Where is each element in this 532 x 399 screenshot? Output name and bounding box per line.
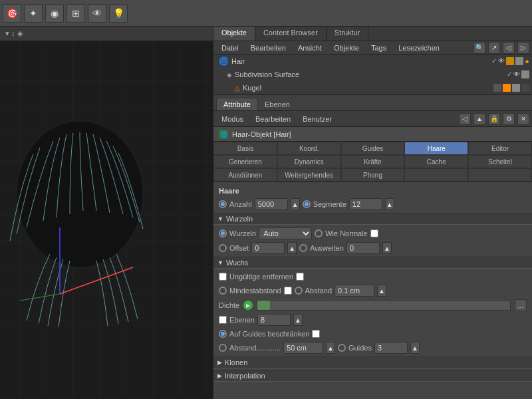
input-guides[interactable] <box>374 342 408 354</box>
nav-phong[interactable]: Phong <box>341 168 405 182</box>
tab-struktur[interactable]: Struktur <box>327 27 369 41</box>
check-ebenen[interactable] <box>219 316 227 324</box>
radio-auf-guides[interactable] <box>219 330 227 338</box>
input-segmente[interactable] <box>349 198 382 210</box>
check-mindestabstand[interactable] <box>284 287 292 295</box>
radio-mindestabstand[interactable] <box>219 287 227 295</box>
radio-offset[interactable] <box>219 244 227 252</box>
nav-row-3: Ausdünnen Weitergehendes Phong <box>213 168 532 182</box>
nav-editor[interactable]: Editor <box>468 142 532 155</box>
check-wie-normale[interactable] <box>370 229 378 237</box>
arrow-icon[interactable]: ↗ <box>488 42 500 54</box>
radio-wurzeln[interactable] <box>219 229 227 237</box>
nav-top[interactable]: ▲ <box>473 113 485 125</box>
radio-segmente[interactable] <box>303 200 311 208</box>
stepper-abstand-up[interactable]: ▲ <box>377 285 386 297</box>
nav-dynamics[interactable]: Dynamics <box>277 155 341 168</box>
obj-row-kugel[interactable]: △ Kugel <box>213 81 532 94</box>
expand-wuchs: ▼ <box>217 259 223 266</box>
obj-row-subdivision[interactable]: ◈ Subdivision Surface ✓ 👁 <box>213 68 532 81</box>
input-ausweiten[interactable] <box>346 242 380 254</box>
dichte-more[interactable]: … <box>515 299 527 311</box>
radio-abstand2[interactable] <box>219 344 227 352</box>
input-offset[interactable] <box>251 242 285 254</box>
toolbar-icon-4[interactable]: ⊞ <box>66 4 85 23</box>
attr-tabs: Attribute Ebenen <box>213 95 532 111</box>
label-wie-normale: Wie Normale <box>325 229 368 237</box>
subdivision-icon: ◈ <box>227 71 232 78</box>
input-abstand[interactable] <box>334 285 374 297</box>
toolbar-icon-3[interactable]: ◉ <box>45 4 64 23</box>
radio-anzahl[interactable] <box>219 200 227 208</box>
toolbar-icon-5[interactable]: 👁 <box>88 4 106 23</box>
label-offset: Offset <box>229 244 249 252</box>
nav-cache[interactable]: Cache <box>404 155 468 168</box>
stepper-guides-up[interactable]: ▲ <box>410 342 420 354</box>
menu-modus[interactable]: Modus <box>216 114 249 124</box>
nav-kraefte[interactable]: Kräfte <box>341 155 405 168</box>
nav-guides[interactable]: Guides <box>341 142 405 155</box>
toolbar-icon-1[interactable]: 🎯 <box>3 4 21 23</box>
nav-lock[interactable]: 🔒 <box>488 113 500 125</box>
toolbar-icon-2[interactable]: ✦ <box>24 4 43 23</box>
prop-offset: Offset ▲ Ausweiten ▲ <box>213 241 532 255</box>
play-icon[interactable]: ▶ <box>243 301 253 310</box>
nav-generieren[interactable]: Generieren <box>213 155 277 168</box>
forward-icon[interactable]: ▷ <box>517 42 529 54</box>
obj-name-kugel: Kugel <box>243 84 261 92</box>
menu-bearbeiten2[interactable]: Bearbeiten <box>250 114 296 124</box>
menu-ansicht[interactable]: Ansicht <box>293 43 327 53</box>
menu-benutzer[interactable]: Benutzer <box>297 114 337 124</box>
prop-mindestabstand: Mindestabstand Abstand ▲ <box>213 283 532 298</box>
section-klonen[interactable]: ▶ Klonen <box>213 356 532 368</box>
radio-abstand[interactable] <box>295 287 303 295</box>
stepper-anzahl-up[interactable]: ▲ <box>291 198 300 210</box>
toolbar-icon-6[interactable]: 💡 <box>109 4 128 23</box>
stepper-abstand2-up[interactable]: ▲ <box>326 342 335 354</box>
check-ungueltige-2[interactable] <box>296 273 304 281</box>
menu-datei[interactable]: Datei <box>216 43 244 53</box>
obj-row-hair[interactable]: 🌀 Hair ✓ 👁 ● <box>213 55 532 68</box>
prop-ebenen: Ebenen ▲ <box>213 313 532 327</box>
panel-menu: Datei Bearbeiten Ansicht Objekte Tags Le… <box>213 41 532 55</box>
section-wurzeln[interactable]: ▼ Wurzeln <box>213 213 532 225</box>
back-icon[interactable]: ◁ <box>503 42 515 54</box>
nav-koord[interactable]: Koord. <box>277 142 341 155</box>
stepper-segmente-up[interactable]: ▲ <box>385 198 394 210</box>
stepper-ebenen-up[interactable]: ▲ <box>293 314 303 326</box>
label-ungueltige: Ungültige entfernen <box>229 273 293 281</box>
check-icon-2: ✓ <box>507 70 512 78</box>
nav-settings[interactable]: ⚙ <box>503 113 515 125</box>
stepper-ausweiten-up[interactable]: ▲ <box>382 242 392 254</box>
radio-wie-normale[interactable] <box>315 229 323 237</box>
search-icon[interactable]: 🔍 <box>473 42 485 54</box>
slider-dichte[interactable] <box>257 300 511 311</box>
tab-objekte[interactable]: Objekte <box>213 27 255 41</box>
menu-lesezeichen[interactable]: Lesezeichen <box>393 43 445 53</box>
tab-attribute[interactable]: Attribute <box>216 98 258 110</box>
radio-guides2[interactable] <box>338 344 346 352</box>
menu-objekte[interactable]: Objekte <box>329 43 364 53</box>
check-auf-guides[interactable] <box>312 330 320 338</box>
stepper-offset-up[interactable]: ▲ <box>287 242 297 254</box>
select-wurzeln[interactable]: Auto <box>259 227 312 239</box>
nav-left[interactable]: ◁ <box>459 113 471 125</box>
tab-ebenen[interactable]: Ebenen <box>258 98 297 110</box>
input-anzahl[interactable] <box>255 198 288 210</box>
nav-haare[interactable]: Haare <box>404 142 468 155</box>
section-wuchs[interactable]: ▼ Wuchs <box>213 257 532 269</box>
menu-bearbeiten[interactable]: Bearbeiten <box>245 43 291 53</box>
menu-tags[interactable]: Tags <box>366 43 392 53</box>
label-interpolation-section: Interpolation <box>225 372 265 380</box>
radio-ausweiten[interactable] <box>299 244 307 252</box>
tab-content-browser[interactable]: Content Browser <box>255 27 327 41</box>
nav-scheitel[interactable]: Scheitel <box>468 155 532 168</box>
nav-basis[interactable]: Basis <box>213 142 277 155</box>
section-interpolation[interactable]: ▶ Interpolation <box>213 370 532 382</box>
check-ungueltige[interactable] <box>219 273 227 281</box>
nav-weitergehendes[interactable]: Weitergehendes <box>277 168 341 182</box>
input-abstand2[interactable] <box>283 342 323 354</box>
nav-close[interactable]: ✕ <box>517 113 529 125</box>
input-ebenen[interactable] <box>257 314 291 326</box>
nav-ausduennen[interactable]: Ausdünnen <box>213 168 277 182</box>
